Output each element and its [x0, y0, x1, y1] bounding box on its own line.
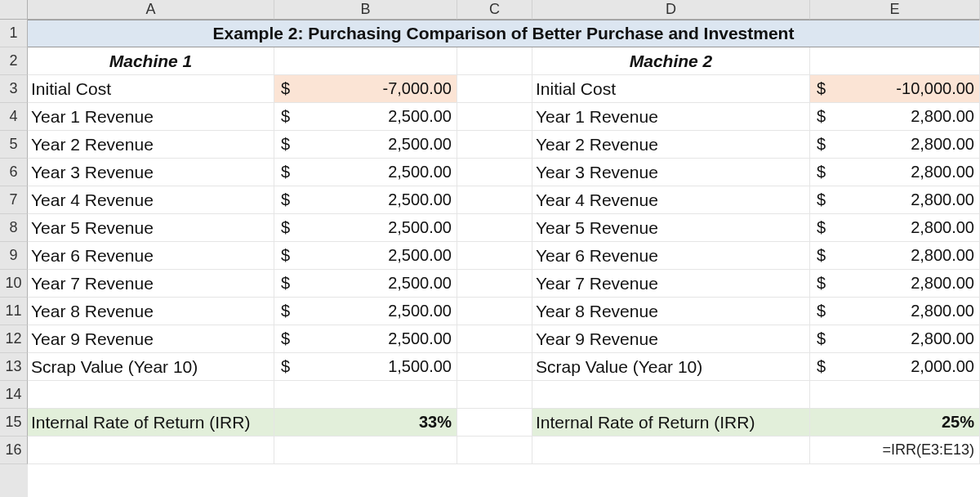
column-header[interactable]: D [532, 0, 810, 20]
cell[interactable] [457, 409, 532, 437]
m2-amount[interactable]: $2,800.00 [810, 131, 980, 159]
row-header[interactable]: 8 [0, 214, 28, 242]
m1-label[interactable]: Year 4 Revenue [28, 186, 274, 214]
m1-amount[interactable]: $-7,000.00 [274, 75, 457, 103]
m1-irr-value[interactable]: 33% [274, 409, 457, 437]
row-header[interactable]: 11 [0, 298, 28, 325]
m2-amount[interactable]: $2,000.00 [810, 353, 980, 381]
m1-amount[interactable]: $2,500.00 [274, 214, 457, 242]
cell[interactable] [274, 381, 457, 409]
row-header[interactable]: 2 [0, 47, 28, 75]
cell[interactable] [457, 353, 532, 381]
row-header[interactable]: 10 [0, 270, 28, 298]
machine1-header[interactable]: Machine 1 [28, 47, 274, 75]
cell[interactable] [457, 103, 532, 131]
row-header[interactable]: 12 [0, 325, 28, 353]
m2-label[interactable]: Year 1 Revenue [532, 103, 810, 131]
cell[interactable] [457, 381, 532, 409]
m2-label[interactable]: Initial Cost [532, 75, 810, 103]
row-header[interactable]: 9 [0, 242, 28, 270]
m1-amount[interactable]: $2,500.00 [274, 298, 457, 325]
column-header[interactable]: A [28, 0, 274, 20]
m1-amount[interactable]: $2,500.00 [274, 159, 457, 186]
m2-amount[interactable]: $2,800.00 [810, 186, 980, 214]
cell[interactable] [457, 214, 532, 242]
m1-label[interactable]: Year 1 Revenue [28, 103, 274, 131]
row-header[interactable]: 3 [0, 75, 28, 103]
formula-hint[interactable]: =IRR(E3:E13) [810, 437, 980, 464]
m1-amount[interactable]: $2,500.00 [274, 103, 457, 131]
m1-amount[interactable]: $1,500.00 [274, 353, 457, 381]
m2-amount[interactable]: $2,800.00 [810, 214, 980, 242]
m2-label[interactable]: Year 5 Revenue [532, 214, 810, 242]
row-header[interactable]: 6 [0, 159, 28, 186]
m1-label[interactable]: Year 7 Revenue [28, 270, 274, 298]
m1-label[interactable]: Year 2 Revenue [28, 131, 274, 159]
row-header[interactable]: 16 [0, 437, 28, 464]
m1-amount[interactable]: $2,500.00 [274, 325, 457, 353]
m2-label[interactable]: Year 7 Revenue [532, 270, 810, 298]
m1-label[interactable]: Year 8 Revenue [28, 298, 274, 325]
row-header[interactable]: 1 [0, 20, 28, 47]
m1-amount[interactable]: $2,500.00 [274, 270, 457, 298]
corner-cell [0, 0, 28, 20]
m1-label[interactable]: Year 6 Revenue [28, 242, 274, 270]
m1-amount[interactable]: $2,500.00 [274, 131, 457, 159]
m2-amount[interactable]: $2,800.00 [810, 242, 980, 270]
m2-irr-label[interactable]: Internal Rate of Return (IRR) [532, 409, 810, 437]
cell[interactable] [457, 270, 532, 298]
m2-amount[interactable]: $2,800.00 [810, 103, 980, 131]
column-header[interactable]: B [274, 0, 457, 20]
cell[interactable] [457, 437, 532, 464]
row-header[interactable]: 15 [0, 409, 28, 437]
row-header[interactable]: 7 [0, 186, 28, 214]
m2-amount[interactable]: $2,800.00 [810, 270, 980, 298]
cell[interactable] [274, 437, 457, 464]
m1-label[interactable]: Year 3 Revenue [28, 159, 274, 186]
m1-amount[interactable]: $2,500.00 [274, 242, 457, 270]
cell[interactable] [457, 159, 532, 186]
column-header[interactable]: C [457, 0, 532, 20]
cell[interactable] [457, 75, 532, 103]
row-header[interactable]: 13 [0, 353, 28, 381]
cell[interactable] [457, 131, 532, 159]
cell[interactable] [457, 325, 532, 353]
cell[interactable] [532, 381, 810, 409]
column-header[interactable]: E [810, 0, 980, 20]
cell[interactable] [457, 242, 532, 270]
m1-label[interactable]: Year 5 Revenue [28, 214, 274, 242]
m2-label[interactable]: Year 6 Revenue [532, 242, 810, 270]
cell[interactable] [457, 298, 532, 325]
spreadsheet-grid[interactable]: Example 2: Purchasing Comparison of Bett… [28, 20, 980, 464]
m1-label[interactable]: Initial Cost [28, 75, 274, 103]
column-header-row: A B C D E [28, 0, 980, 20]
cell[interactable] [28, 381, 274, 409]
row-header[interactable]: 14 [0, 381, 28, 409]
m2-label[interactable]: Scrap Value (Year 10) [532, 353, 810, 381]
m2-label[interactable]: Year 8 Revenue [532, 298, 810, 325]
m2-amount[interactable]: $2,800.00 [810, 159, 980, 186]
m2-amount[interactable]: $-10,000.00 [810, 75, 980, 103]
machine2-header[interactable]: Machine 2 [532, 47, 810, 75]
row-header[interactable]: 4 [0, 103, 28, 131]
cell[interactable] [532, 437, 810, 464]
title-cell[interactable]: Example 2: Purchasing Comparison of Bett… [28, 20, 980, 47]
m1-irr-label[interactable]: Internal Rate of Return (IRR) [28, 409, 274, 437]
m2-amount[interactable]: $2,800.00 [810, 298, 980, 325]
m2-amount[interactable]: $2,800.00 [810, 325, 980, 353]
cell[interactable] [274, 47, 457, 75]
cell[interactable] [810, 47, 980, 75]
cell[interactable] [28, 437, 274, 464]
m1-label[interactable]: Scrap Value (Year 10) [28, 353, 274, 381]
m2-label[interactable]: Year 9 Revenue [532, 325, 810, 353]
m1-label[interactable]: Year 9 Revenue [28, 325, 274, 353]
m2-label[interactable]: Year 4 Revenue [532, 186, 810, 214]
row-header[interactable]: 5 [0, 131, 28, 159]
m2-irr-value[interactable]: 25% [810, 409, 980, 437]
m2-label[interactable]: Year 2 Revenue [532, 131, 810, 159]
cell[interactable] [810, 381, 980, 409]
m1-amount[interactable]: $2,500.00 [274, 186, 457, 214]
m2-label[interactable]: Year 3 Revenue [532, 159, 810, 186]
cell[interactable] [457, 47, 532, 75]
cell[interactable] [457, 186, 532, 214]
